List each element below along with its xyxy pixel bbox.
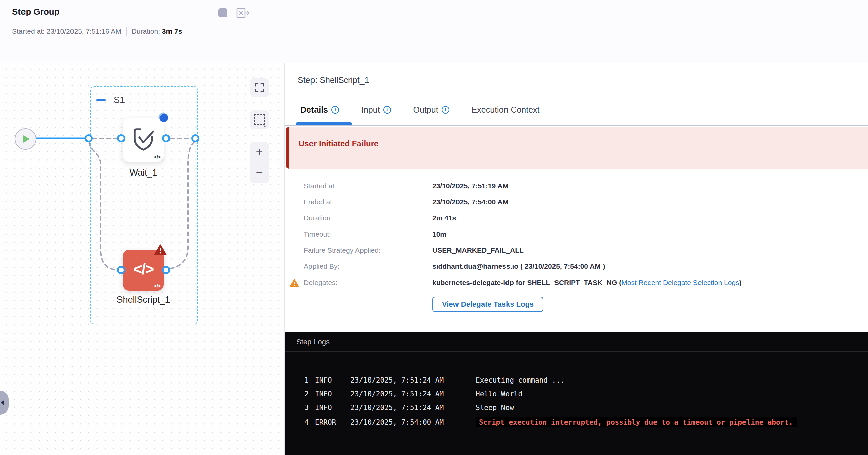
delegate-selection-logs-link[interactable]: Most Recent Delegate Selection Logs bbox=[621, 279, 739, 286]
node-label-wait: Wait_1 bbox=[106, 168, 180, 178]
port[interactable] bbox=[85, 134, 93, 142]
tab-execution-context[interactable]: Execution Context bbox=[472, 105, 540, 115]
close-execution-view-icon[interactable] bbox=[236, 7, 250, 19]
tabs-divider bbox=[285, 126, 868, 126]
port[interactable] bbox=[162, 266, 170, 274]
running-spinner-icon bbox=[157, 111, 170, 124]
zoom-out-button[interactable]: − bbox=[250, 162, 269, 183]
pipeline-start-node[interactable] bbox=[15, 128, 36, 150]
pipeline-canvas[interactable]: S1 </> Wait_1 </> </> ShellScript_1 bbox=[0, 63, 285, 455]
detail-row: Timeout: 10m bbox=[304, 230, 742, 246]
info-icon[interactable]: i bbox=[442, 106, 450, 114]
play-icon bbox=[24, 135, 30, 142]
info-icon[interactable]: i bbox=[331, 106, 339, 114]
port[interactable] bbox=[117, 134, 125, 142]
started-at-text: Started at: 23/10/2025, 7:51:16 AM bbox=[12, 27, 122, 35]
stage-header[interactable]: S1 bbox=[96, 95, 125, 105]
error-banner: User Initiated Failure bbox=[286, 127, 868, 169]
marquee-select-button[interactable]: ↓ bbox=[250, 110, 269, 129]
detail-row: Failure Strategy Applied: USER_MARKED_FA… bbox=[304, 246, 742, 262]
detail-row: Duration: 2m 41s bbox=[304, 214, 742, 230]
log-lines: 1 INFO 23/10/2025, 7:51:24 AM Executing … bbox=[285, 352, 868, 431]
step-panel-title: Step: ShellScript_1 bbox=[298, 75, 369, 85]
view-delegate-tasks-logs-button[interactable]: View Delegate Tasks Logs bbox=[432, 297, 544, 312]
collapse-stage-icon[interactable] bbox=[96, 99, 106, 101]
tab-input[interactable]: Input i bbox=[361, 105, 391, 115]
info-icon[interactable]: i bbox=[383, 106, 391, 114]
yaml-code-icon: </> bbox=[154, 283, 160, 289]
yaml-code-icon: </> bbox=[154, 154, 160, 160]
error-banner-message: User Initiated Failure bbox=[299, 139, 378, 148]
marquee-icon: ↓ bbox=[254, 115, 265, 125]
step-logs-title: Step Logs bbox=[297, 337, 330, 346]
step-tabs: Details i Input i Output i Execution Con… bbox=[301, 105, 540, 115]
fullscreen-button[interactable] bbox=[250, 78, 269, 97]
detail-row-delegates: Delegates: kubernetes-delegate-idp for S… bbox=[304, 279, 742, 295]
warning-icon bbox=[289, 279, 300, 288]
meta-divider bbox=[126, 27, 127, 36]
step-logs-panel[interactable]: Step Logs 1 INFO 23/10/2025, 7:51:24 AM … bbox=[285, 332, 868, 455]
minimap-toggle-icon[interactable] bbox=[218, 8, 227, 18]
detail-row: Ended at: 23/10/2025, 7:54:00 AM bbox=[304, 198, 742, 214]
node-shellscript-1[interactable]: </> </> bbox=[123, 250, 164, 291]
step-logs-header: Step Logs bbox=[285, 332, 868, 352]
tab-details[interactable]: Details i bbox=[301, 105, 339, 115]
detail-row: Applied By: siddhant.dua@harness.io ( 23… bbox=[304, 262, 742, 279]
detail-row: Started at: 23/10/2025, 7:51:19 AM bbox=[304, 182, 742, 198]
port[interactable] bbox=[191, 134, 199, 142]
stage-label: S1 bbox=[114, 95, 125, 105]
page-title: Step Group bbox=[12, 7, 60, 17]
failure-badge-icon bbox=[154, 244, 167, 255]
step-details-list: Started at: 23/10/2025, 7:51:19 AM Ended… bbox=[304, 182, 742, 295]
log-line-error[interactable]: 4 ERROR 23/10/2025, 7:54:00 AM Script ex… bbox=[285, 417, 868, 431]
error-banner-accent bbox=[286, 127, 289, 169]
port[interactable] bbox=[117, 266, 125, 274]
log-line[interactable]: 2 INFO 23/10/2025, 7:51:24 AM Hello Worl… bbox=[285, 390, 868, 404]
zoom-in-button[interactable]: + bbox=[250, 141, 269, 162]
node-wait-1[interactable]: </> bbox=[123, 118, 164, 162]
chevron-left-icon bbox=[1, 400, 4, 405]
fullscreen-icon bbox=[255, 83, 264, 92]
execution-meta: Started at: 23/10/2025, 7:51:16 AM Durat… bbox=[12, 27, 182, 36]
zoom-controls: + − bbox=[250, 141, 269, 183]
step-details-panel: Step: ShellScript_1 Details i Input i Ou… bbox=[285, 63, 868, 332]
log-line[interactable]: 3 INFO 23/10/2025, 7:51:24 AM Sleep Now bbox=[285, 404, 868, 417]
log-line[interactable]: 1 INFO 23/10/2025, 7:51:24 AM Executing … bbox=[285, 376, 868, 390]
duration-text: Duration: 3m 7s bbox=[131, 27, 182, 35]
execution-header: Step Group Started at: 23/10/2025, 7:51:… bbox=[0, 0, 868, 63]
node-label-shellscript: ShellScript_1 bbox=[106, 295, 180, 305]
port[interactable] bbox=[162, 134, 170, 142]
tab-output[interactable]: Output i bbox=[413, 105, 450, 115]
